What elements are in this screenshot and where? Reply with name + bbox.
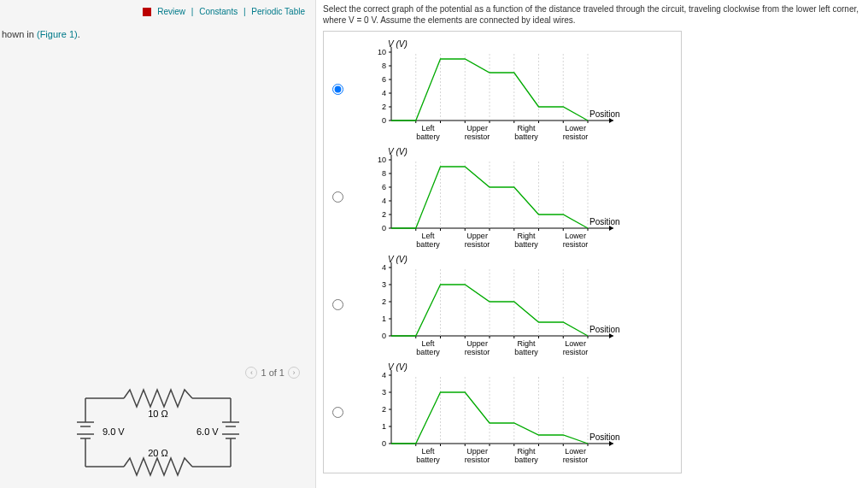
r-top-label: 10 Ω [148,409,168,419]
svg-text:Lower: Lower [565,339,586,348]
svg-text:resistor: resistor [465,348,490,356]
svg-text:0: 0 [382,439,386,448]
svg-text:4: 4 [382,263,386,272]
svg-text:8: 8 [382,169,386,178]
svg-text:6: 6 [382,75,386,84]
svg-text:Upper: Upper [466,339,488,348]
svg-text:2: 2 [382,103,386,111]
separator: | [243,7,246,16]
option-row-0: V (V)0246810PositionLeftbatteryUpperresi… [329,37,679,143]
svg-text:resistor: resistor [563,348,589,356]
svg-text:0: 0 [382,116,386,125]
svg-text:2: 2 [382,405,386,414]
svg-text:1: 1 [382,422,386,431]
graph-box-2: V (V)01234PositionLeftbatteryUpperresist… [350,252,658,358]
svg-text:resistor: resistor [563,132,589,141]
svg-text:battery: battery [416,348,440,356]
flag-icon[interactable] [143,8,151,16]
svg-text:battery: battery [416,456,440,464]
figure-link[interactable]: (Figure 1) [37,29,78,39]
svg-text:Right: Right [518,447,537,456]
svg-text:4: 4 [382,371,386,379]
periodic-link[interactable]: Periodic Table [251,7,305,16]
v-right-label: 6.0 V [196,426,219,437]
svg-text:Left: Left [422,339,436,348]
svg-text:V (V): V (V) [388,255,408,264]
svg-text:4: 4 [382,197,386,205]
svg-text:4: 4 [382,89,386,97]
svg-text:Upper: Upper [466,124,488,132]
svg-text:3: 3 [382,388,386,397]
constants-link[interactable]: Constants [199,7,238,16]
prev-button[interactable]: ‹ [245,367,257,379]
graph-1: V (V)0246810PositionLeftbatteryUpperresi… [350,144,658,250]
option-radio-1[interactable] [332,191,343,203]
r-bottom-label: 20 Ω [148,448,168,458]
svg-text:resistor: resistor [563,240,589,249]
svg-text:battery: battery [514,240,538,249]
svg-text:0: 0 [382,332,386,340]
question-text: Select the correct graph of the potentia… [323,3,868,26]
svg-text:Position: Position [589,109,620,119]
figure-hint: hown in (Figure 1). [2,29,80,39]
right-panel: Select the correct graph of the potentia… [316,0,868,488]
svg-text:resistor: resistor [563,456,589,464]
svg-text:Upper: Upper [466,232,488,240]
graph-box-3: V (V)01234PositionLeftbatteryUpperresist… [350,360,658,466]
graph-2: V (V)01234PositionLeftbatteryUpperresist… [350,252,658,358]
svg-text:1: 1 [382,315,386,323]
svg-text:battery: battery [514,132,538,141]
option-row-1: V (V)0246810PositionLeftbatteryUpperresi… [329,144,679,250]
svg-text:10: 10 [378,156,386,164]
svg-text:V (V): V (V) [388,147,408,156]
svg-text:Right: Right [518,124,537,132]
svg-text:0: 0 [382,224,386,232]
svg-text:Lower: Lower [565,124,586,132]
svg-text:Right: Right [518,339,537,348]
option-radio-3[interactable] [332,407,343,418]
svg-text:Position: Position [589,217,620,226]
option-row-3: V (V)01234PositionLeftbatteryUpperresist… [329,360,679,466]
svg-text:Left: Left [422,447,436,456]
graph-0: V (V)0246810PositionLeftbatteryUpperresi… [350,37,658,143]
next-button[interactable]: › [288,367,300,379]
top-links: Review | Constants | Periodic Table [143,7,305,16]
graph-box-1: V (V)0246810PositionLeftbatteryUpperresi… [350,144,658,250]
svg-text:resistor: resistor [465,456,490,464]
option-radio-2[interactable] [332,299,343,310]
svg-text:2: 2 [382,210,386,219]
separator: | [191,7,194,16]
svg-text:battery: battery [416,240,440,249]
svg-text:Left: Left [422,232,436,240]
svg-text:V (V): V (V) [388,39,408,49]
option-row-2: V (V)01234PositionLeftbatteryUpperresist… [329,252,679,358]
svg-text:V (V): V (V) [388,362,408,372]
svg-text:Position: Position [589,325,620,334]
svg-text:6: 6 [382,183,386,191]
hint-suffix: . [78,29,80,39]
graph-box-0: V (V)0246810PositionLeftbatteryUpperresi… [350,37,658,143]
svg-text:3: 3 [382,280,386,289]
svg-text:10: 10 [378,48,386,56]
hint-prefix: hown in [2,29,37,39]
left-panel: Review | Constants | Periodic Table hown… [0,0,316,488]
svg-text:Upper: Upper [466,447,488,456]
svg-text:Left: Left [422,124,436,132]
svg-text:8: 8 [382,62,386,70]
v-left-label: 9.0 V [103,426,125,437]
figure-nav: ‹ 1 of 1 › [245,367,300,379]
svg-text:Lower: Lower [565,447,586,456]
review-link[interactable]: Review [157,7,185,16]
svg-text:battery: battery [416,132,440,141]
circuit-diagram: 10 Ω 20 Ω 9.0 V 6.0 V [68,381,248,484]
svg-text:battery: battery [514,456,538,464]
figure-counter: 1 of 1 [261,367,284,378]
svg-text:battery: battery [514,348,538,356]
svg-text:Right: Right [518,232,537,240]
svg-text:Lower: Lower [565,232,586,240]
svg-text:resistor: resistor [465,132,490,141]
svg-text:Position: Position [589,432,620,442]
svg-text:2: 2 [382,297,386,306]
option-radio-0[interactable] [332,84,343,95]
options-box: V (V)0246810PositionLeftbatteryUpperresi… [323,31,682,473]
